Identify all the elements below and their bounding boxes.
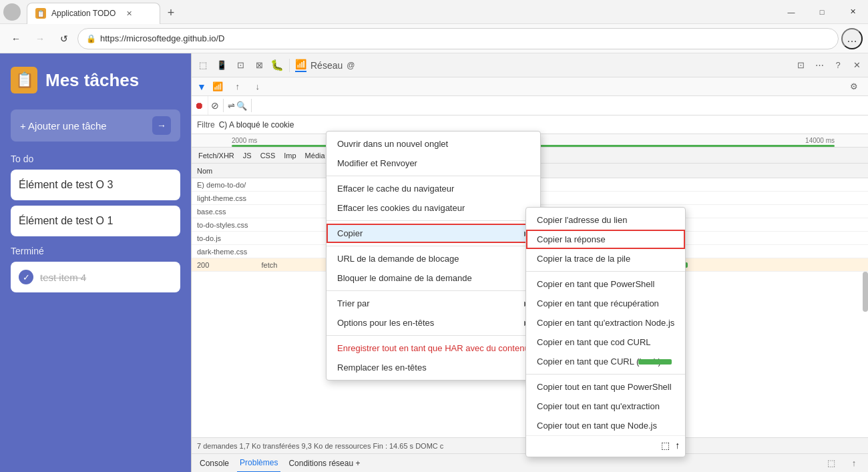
- curl-bash-bar: [638, 359, 672, 365]
- debug-icon: 🐛: [270, 59, 284, 71]
- search-btn[interactable]: 🔍: [236, 96, 247, 115]
- ctx1-header-options[interactable]: Options pour les en-têtes ▶: [327, 313, 540, 332]
- active-tab[interactable]: 📋 Application TODO ✕: [27, 3, 160, 24]
- at-icon: @: [347, 61, 355, 70]
- user-avatar: [0, 0, 24, 24]
- clear-btn[interactable]: ⊘: [211, 96, 219, 115]
- ctx2-copy-all-powershell[interactable]: Copier tout en tant que PowerShell: [526, 377, 685, 397]
- ctx1-copy[interactable]: Copier ▶: [327, 224, 540, 243]
- ctx2-copy-fetch[interactable]: Copier en tant que récupération: [526, 294, 685, 313]
- ctx2-icon2[interactable]: ↑: [675, 440, 680, 451]
- ctx2-copy-all-fetch[interactable]: Copier tout en tant qu'extraction: [526, 397, 685, 416]
- devtools-icon3[interactable]: ⊡: [232, 57, 249, 74]
- done-task-text: test item 4: [40, 272, 86, 283]
- ctx2-sep2: [526, 374, 685, 375]
- devtools-tab-bar: ⬚ 📱 ⊡ ⊠ 🐛 📶 Réseau @: [192, 53, 868, 77]
- filter-label: Filtre: [197, 120, 215, 130]
- wifi-icon[interactable]: 📶: [209, 78, 226, 95]
- bottom-tab-problems[interactable]: Problèmes: [237, 454, 280, 473]
- network-toolbar-1: ▼ 📶 ↑ ↓ ⚙: [192, 77, 868, 96]
- expand-icon[interactable]: ↑: [845, 455, 863, 472]
- done-task-item-1[interactable]: ✓ test item 4: [11, 262, 180, 292]
- task-item-1[interactable]: Élément de test O 3: [11, 170, 180, 200]
- minimize-button[interactable]: —: [776, 0, 807, 24]
- ctx1-sort[interactable]: Trier par ▶: [327, 294, 540, 313]
- filter-fetch[interactable]: Fetch/XHR: [194, 150, 238, 161]
- ctx2-copy-response[interactable]: Copier la réponse: [526, 230, 685, 249]
- ctx1-open-new-tab[interactable]: Ouvrir dans un nouvel onglet: [327, 134, 540, 154]
- filter-css[interactable]: CSS: [256, 150, 280, 161]
- ctx2-copy-nodejs[interactable]: Copier en tant qu'extraction Node.js: [526, 313, 685, 332]
- ctx1-sep2: [327, 220, 540, 221]
- maximize-button[interactable]: □: [807, 0, 837, 24]
- done-section-label: Terminé: [0, 239, 191, 259]
- separator: [289, 59, 290, 72]
- todo-header: 📋 Mes tâches: [0, 53, 191, 104]
- ctx1-clear-cookies[interactable]: Effacer les cookies du navigateur: [327, 198, 540, 218]
- tab-close-button[interactable]: ✕: [126, 9, 132, 18]
- ctx2-copy-all-nodejs[interactable]: Copier tout en tant que Node.js: [526, 416, 685, 435]
- add-task-button[interactable]: + Ajouter une tâche →: [11, 109, 180, 142]
- download-icon[interactable]: ↓: [249, 78, 266, 95]
- devtools-device-icon[interactable]: 📱: [213, 57, 230, 74]
- browser-menu-button[interactable]: …: [841, 28, 863, 49]
- new-panel-icon[interactable]: ⊡: [792, 57, 809, 74]
- record-btn[interactable]: ⏺: [194, 96, 208, 115]
- tab-favicon: 📋: [35, 8, 46, 19]
- filter-imp[interactable]: Imp: [280, 150, 300, 161]
- divider: [223, 99, 224, 112]
- todo-title: Mes tâches: [45, 70, 139, 91]
- close-button[interactable]: ✕: [837, 0, 868, 24]
- back-button[interactable]: ←: [5, 28, 27, 49]
- network-label[interactable]: Réseau: [310, 60, 343, 71]
- filter-value: C) A bloqué le cookie: [219, 120, 294, 130]
- devtools-inspect-icon[interactable]: ⬚: [194, 57, 212, 74]
- help-icon[interactable]: ?: [829, 57, 847, 74]
- ctx1-replace-headers[interactable]: Remplacer les en-têtes: [327, 358, 540, 377]
- ctx2-sep1: [526, 271, 685, 272]
- settings-icon[interactable]: ⚙: [845, 78, 863, 95]
- ctx2-copy-curl-bash[interactable]: Copier en tant que CURL (bash): [526, 352, 685, 371]
- ctx2-copy-stack[interactable]: Copier la trace de la pile: [526, 249, 685, 268]
- ctx1-clear-cache[interactable]: Effacer le cache du navigateur: [327, 179, 540, 198]
- filter-media[interactable]: Média: [301, 150, 329, 161]
- more-tools-icon[interactable]: ⋯: [811, 57, 828, 74]
- filter-arrow-icon: ▼: [197, 81, 206, 92]
- devtools-icon4[interactable]: ⊠: [250, 57, 268, 74]
- address-bar[interactable]: 🔒 https://microsoftedge.github.io/D: [77, 28, 839, 49]
- ctx2-copy-powershell[interactable]: Copier en tant que PowerShell: [526, 274, 685, 294]
- forward-button[interactable]: →: [29, 28, 51, 49]
- network-type-filter-bar: ⏺ ⊘ ⇌ 🔍: [192, 96, 868, 115]
- ctx1-edit-resend[interactable]: Modifier et Renvoyer: [327, 154, 540, 173]
- task-item-2[interactable]: Élément de test O 1: [11, 206, 180, 236]
- ctx1-block-domain[interactable]: Bloquer le domaine de la demande: [327, 268, 540, 288]
- context-menu-2: Copier l'adresse du lien Copier la répon…: [525, 207, 686, 457]
- browser-window: 📋 Application TODO ✕ + — □ ✕ ← → ↺ 🔒 htt…: [0, 0, 868, 472]
- new-tab-button[interactable]: +: [160, 3, 182, 24]
- main-area: 📋 Mes tâches + Ajouter une tâche → To do…: [0, 53, 868, 472]
- search-icon: 🔍: [236, 101, 247, 111]
- bottom-tab-network-conditions[interactable]: Conditions réseau +: [286, 454, 363, 473]
- record-icon: ⏺: [194, 100, 204, 111]
- close-devtools-icon[interactable]: ✕: [848, 57, 865, 74]
- ctx2-copy-link[interactable]: Copier l'adresse du lien: [526, 210, 685, 230]
- scrollbar-thumb[interactable]: [863, 272, 868, 312]
- upload-icon[interactable]: ↑: [229, 78, 246, 95]
- ruler-14000: 14000 ms: [805, 137, 835, 144]
- network-tab-icon: 📶: [295, 59, 306, 72]
- ctx1-sep4: [327, 290, 540, 291]
- refresh-button[interactable]: ↺: [53, 28, 75, 49]
- filter-js[interactable]: JS: [239, 150, 256, 161]
- ctx1-sep1: [327, 176, 540, 176]
- clear-icon: ⊘: [211, 100, 219, 111]
- ctx2-copy-curl[interactable]: Copier en tant que cod CURL: [526, 332, 685, 352]
- ctx1-block-url[interactable]: URL de la demande de blocage: [327, 249, 540, 268]
- bottom-tab-console[interactable]: Console: [197, 454, 232, 473]
- check-icon: ✓: [19, 270, 33, 284]
- filter-toggle-btn[interactable]: ⇌: [228, 96, 235, 115]
- dock-icon[interactable]: ⬚: [823, 455, 840, 472]
- ctx2-icon1[interactable]: ⬚: [661, 440, 670, 451]
- ctx1-save-har[interactable]: Enregistrer tout en tant que HAR avec du…: [327, 338, 540, 358]
- ctx1-sep3: [327, 246, 540, 246]
- row-status-7: 200: [197, 261, 261, 269]
